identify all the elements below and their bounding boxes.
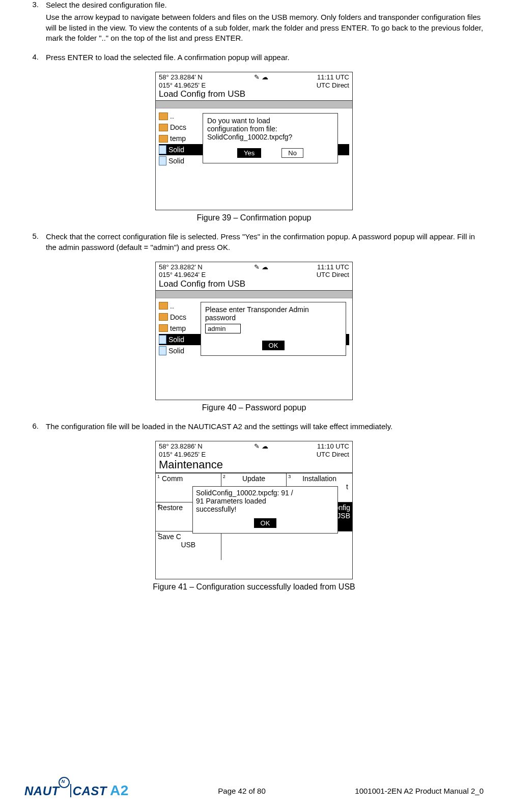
list-item: Docs (170, 312, 186, 322)
time-mode: UTC Direct (317, 451, 349, 459)
logo-n-icon (59, 777, 70, 788)
status-icons: ✎ ☁ (254, 263, 268, 279)
folder-icon (159, 324, 168, 332)
list-item: .. (170, 111, 174, 121)
figure-41-image: 58° 23.8286' N 015° 41.9625' E ✎ ☁ 11:10… (155, 441, 353, 579)
folder-icon (159, 124, 168, 131)
device-screen-password: 58° 23.8282' N 015° 41.9624' E ✎ ☁ 11:11… (155, 262, 353, 400)
file-icon (159, 145, 166, 154)
ok-button[interactable]: OK (262, 341, 285, 350)
longitude: 015° 41.9625' E (159, 81, 206, 90)
logo-bar-icon (70, 784, 71, 797)
folder-icon (159, 135, 168, 143)
time: 11:11 UTC (317, 263, 349, 271)
device-screen-maintenance: 58° 23.8286' N 015° 41.9625' E ✎ ☁ 11:10… (155, 441, 353, 579)
popup-text: password (205, 314, 342, 322)
popup-text: SolidConfig_10002.txpcfg? (207, 133, 333, 141)
popup-text: Do you want to load (207, 117, 333, 125)
step-3-body: Use the arrow keypad to navigate between… (46, 12, 484, 43)
folder-icon (159, 313, 168, 321)
step-4: 4. Press ENTER to load the selected file… (24, 52, 484, 65)
time-mode: UTC Direct (317, 271, 349, 279)
popup-text: configuration from file: (207, 125, 333, 133)
file-icon (159, 156, 166, 165)
logo-a2: A2 (110, 782, 129, 799)
popup-text: successfully! (196, 505, 334, 513)
success-popup: SolidConfig_10002.txpcfg: 91 / 91 Parame… (192, 486, 338, 534)
step-number: 4. (24, 52, 46, 65)
step-number: 5. (24, 232, 46, 255)
time: 11:10 UTC (317, 442, 349, 451)
yes-button[interactable]: Yes (237, 148, 261, 158)
figure-41-caption: Figure 41 – Configuration successfully l… (24, 582, 484, 592)
step-4-body: Press ENTER to load the selected file. A… (46, 52, 484, 63)
logo-cast: CAST (73, 784, 107, 798)
list-item: temp (170, 323, 186, 333)
steps-list: 3. Select the desired configuration file… (24, 0, 484, 65)
list-item: Solid (168, 346, 184, 356)
screen-title: Load Config from USB (156, 89, 352, 101)
no-button[interactable]: No (281, 148, 303, 158)
document-id: 1001001-2EN A2 Product Manual 2_0 (355, 787, 484, 795)
ok-button[interactable]: OK (254, 518, 277, 528)
status-icons: ✎ ☁ (254, 442, 268, 458)
status-icons: ✎ ☁ (254, 73, 268, 89)
step-number: 3. (24, 0, 46, 45)
latitude: 58° 23.8286' N (159, 442, 206, 451)
popup-text: 91 Parameters loaded (196, 497, 334, 505)
folder-icon (159, 113, 168, 120)
step-3-title: Select the desired configuration file. (46, 0, 484, 10)
page-number: Page 42 of 80 (218, 787, 265, 795)
screen-title: Load Config from USB (156, 279, 352, 291)
list-item: Docs (170, 122, 186, 132)
column-header-bar (156, 101, 352, 108)
step-6-body: The configuration file will be loaded in… (46, 422, 484, 432)
figure-39-image: 58° 23.8284' N 015° 41.9625' E ✎ ☁ 11:11… (155, 72, 353, 210)
step-5-body: Check that the correct configuration fil… (46, 232, 484, 253)
list-item: Solid (168, 156, 184, 166)
figure-40-image: 58° 23.8282' N 015° 41.9624' E ✎ ☁ 11:11… (155, 262, 353, 400)
step-6: 6. The configuration file will be loaded… (24, 422, 484, 434)
password-popup: Please enter Transponder Admin password … (201, 302, 346, 356)
screen-title: Maintenance (156, 458, 352, 473)
list-item: temp (170, 133, 186, 144)
folder-icon (159, 302, 168, 310)
latitude: 58° 23.8282' N (159, 263, 206, 271)
page-footer: NAUT CAST A2 Page 42 of 80 1001001-2EN A… (24, 782, 484, 799)
logo-naut: NAUT (24, 784, 60, 798)
latitude: 58° 23.8284' N (159, 73, 206, 81)
menu-cell[interactable]: 7Save CUSB (156, 531, 221, 560)
time: 11:11 UTC (317, 73, 349, 81)
longitude: 015° 41.9624' E (159, 271, 206, 279)
page: 3. Select the desired configuration file… (0, 0, 508, 812)
list-item: Solid (168, 334, 184, 345)
file-icon (159, 346, 166, 355)
time-mode: UTC Direct (317, 81, 349, 90)
steps-list-cont: 5. Check that the correct configuration … (24, 232, 484, 255)
popup-text: Please enter Transponder Admin (205, 305, 342, 314)
figure-39-caption: Figure 39 – Confirmation popup (24, 213, 484, 222)
nauticast-logo: NAUT CAST A2 (24, 782, 129, 799)
list-item: Solid (168, 145, 184, 155)
step-number: 6. (24, 422, 46, 434)
step-3: 3. Select the desired configuration file… (24, 0, 484, 45)
password-input[interactable]: admin (205, 324, 241, 333)
column-header-bar (156, 291, 352, 298)
step-5: 5. Check that the correct configuration … (24, 232, 484, 255)
longitude: 015° 41.9625' E (159, 451, 206, 459)
steps-list-cont2: 6. The configuration file will be loaded… (24, 422, 484, 434)
file-icon (159, 335, 166, 344)
figure-40-caption: Figure 40 – Password popup (24, 403, 484, 412)
confirmation-popup: Do you want to load configuration from f… (203, 113, 338, 163)
list-item: .. (170, 301, 174, 311)
device-screen-confirmation: 58° 23.8284' N 015° 41.9625' E ✎ ☁ 11:11… (155, 72, 353, 210)
popup-text: SolidConfig_10002.txpcfg: 91 / (196, 489, 334, 497)
